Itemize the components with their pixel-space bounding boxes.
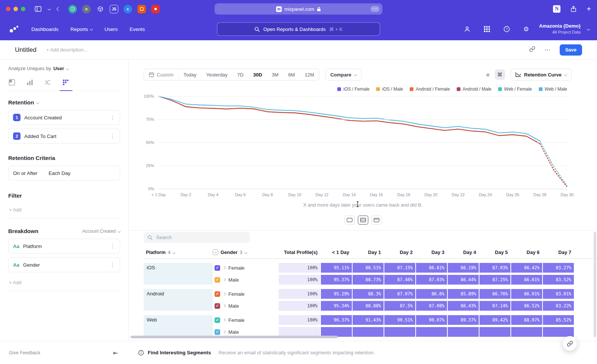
breakdown-label[interactable]: Platform — [23, 244, 110, 249]
add-filter-button[interactable]: + Add — [8, 203, 120, 218]
command-shortcut-icon[interactable]: ⌘ — [495, 69, 505, 80]
nav-item-reports[interactable]: Reports — [71, 26, 93, 32]
zoom-window-icon[interactable] — [21, 7, 25, 11]
n-extension-icon[interactable]: n — [82, 5, 91, 13]
kebab-menu-icon[interactable]: ⋮ — [110, 133, 115, 139]
js-extension-icon[interactable]: JS — [110, 5, 118, 13]
help-icon[interactable]: ? — [503, 26, 510, 32]
date-option-3m[interactable]: 3M — [267, 69, 283, 80]
breakdown-gender[interactable]: Aa Gender ⋮ — [8, 257, 120, 272]
date-option-30d[interactable]: 30D — [248, 69, 267, 80]
global-search[interactable]: Open Reports & Dashboards ⌘ + K — [217, 22, 380, 36]
apps-grid-icon[interactable] — [484, 26, 490, 32]
chevron-right-icon[interactable] — [223, 266, 226, 269]
chevron-right-icon[interactable] — [223, 292, 226, 295]
project-switcher[interactable]: Amazonia {Demo} All Project Data — [539, 23, 581, 35]
chevron-right-icon[interactable] — [223, 278, 226, 281]
clock-extension-icon[interactable] — [68, 5, 77, 13]
mixpanel-logo[interactable] — [10, 25, 19, 33]
date-option-yesterday[interactable]: Yesterday — [201, 69, 232, 80]
legend-item[interactable]: Android / Female — [410, 87, 450, 92]
minimize-window-icon[interactable] — [13, 7, 18, 11]
collapse-sidebar-icon[interactable]: ⇤ — [113, 349, 118, 356]
date-option-today[interactable]: Today — [179, 69, 201, 80]
share-link-fab[interactable] — [562, 336, 577, 351]
date-option-7d[interactable]: 7D — [232, 69, 249, 80]
table-search[interactable] — [144, 232, 250, 243]
tab-retention[interactable] — [62, 79, 69, 86]
chevron-right-icon[interactable] — [223, 304, 226, 307]
nav-item-users[interactable]: Users — [104, 26, 118, 32]
analyze-uniques-row[interactable]: Analyze Uniques by User — [8, 66, 120, 71]
tab-insights[interactable] — [8, 79, 16, 86]
give-feedback-link[interactable]: Give Feedback — [9, 350, 40, 355]
legend-item[interactable]: Web / Male — [539, 87, 567, 92]
table-search-input[interactable] — [156, 234, 241, 241]
chevron-down-icon[interactable] — [48, 8, 50, 10]
gender-checkbox[interactable]: ✓ — [215, 291, 220, 297]
add-description[interactable]: + Add description... — [46, 47, 88, 53]
date-option-12m[interactable]: 12M — [300, 69, 319, 80]
legend-item[interactable]: iOS / Female — [337, 87, 369, 92]
browser-sidebar-toggle-icon[interactable] — [35, 6, 41, 12]
nav-item-dashboards[interactable]: Dashboards — [31, 26, 59, 32]
gender-column-header[interactable]: – Gender 3 — [213, 250, 279, 255]
step-label[interactable]: Added To Cart — [24, 134, 110, 139]
more-options-icon[interactable]: ⋯ — [544, 46, 551, 53]
date-option-custom[interactable]: Custom — [144, 69, 179, 80]
red-extension-icon[interactable] — [151, 5, 160, 13]
tab-funnels[interactable] — [26, 79, 34, 86]
horizontal-scrollbar[interactable] — [131, 336, 338, 338]
copy-link-icon[interactable] — [529, 46, 535, 54]
gender-checkbox[interactable]: ✓ — [215, 265, 220, 271]
step-label[interactable]: Account Created — [24, 115, 110, 120]
breakdown-platform[interactable]: Aa Platform ⋮ — [8, 239, 120, 254]
find-interesting-segments[interactable]: Find Interesting Segments Receive an ema… — [138, 350, 375, 356]
date-option-6m[interactable]: 6M — [283, 69, 300, 80]
profile-icon[interactable] — [464, 26, 471, 32]
retention-section-heading[interactable]: Retention — [8, 99, 120, 106]
breakdown-label[interactable]: Gender — [23, 262, 110, 268]
gender-checkbox[interactable]: ✓ — [215, 303, 220, 309]
save-button[interactable]: Save — [560, 44, 582, 56]
new-tab-icon[interactable]: + — [587, 5, 591, 13]
address-bar[interactable]: m mixpanel.com ⋯ — [215, 3, 382, 15]
nav-item-events[interactable]: Events — [129, 26, 145, 32]
view-table-only-button[interactable] — [371, 216, 382, 225]
annotations-icon[interactable]: # — [486, 72, 489, 78]
vertical-scrollbar[interactable] — [594, 232, 596, 337]
analyze-value[interactable]: User — [53, 66, 64, 71]
legend-item[interactable]: iOS / Male — [376, 87, 403, 92]
chevron-right-icon[interactable] — [223, 330, 226, 333]
back-icon[interactable] — [57, 7, 60, 10]
url-more-button[interactable]: ⋯ — [371, 6, 379, 12]
criteria-interval-select[interactable]: Each Day — [49, 170, 71, 176]
criteria-mode-select[interactable]: On or After — [13, 170, 37, 176]
breakdown-scope-select[interactable]: Account Created — [82, 229, 120, 234]
gender-select-all-checkbox[interactable]: – — [213, 250, 218, 255]
kebab-menu-icon[interactable]: ⋮ — [110, 261, 115, 268]
report-title[interactable]: Untitled — [15, 46, 37, 54]
close-window-icon[interactable] — [6, 7, 10, 11]
settings-gear-icon[interactable]: ⚙ — [523, 25, 529, 33]
chevron-right-icon[interactable] — [223, 318, 226, 321]
tab-flows[interactable] — [44, 79, 51, 86]
package-extension-icon[interactable] — [96, 5, 104, 13]
share-icon[interactable] — [571, 6, 576, 12]
view-chart-only-button[interactable] — [344, 216, 355, 225]
compare-button[interactable]: Compare — [325, 69, 361, 81]
retention-step-2[interactable]: 2 Added To Cart ⋮ — [8, 129, 120, 144]
c-extension-icon[interactable]: c — [124, 5, 132, 13]
gender-checkbox[interactable]: ✓ — [215, 329, 220, 335]
retention-step-1[interactable]: 1 Account Created ⋮ — [8, 110, 120, 125]
notion-icon[interactable]: N — [553, 5, 560, 13]
add-breakdown-button[interactable]: + Add — [8, 276, 120, 291]
legend-item[interactable]: Android / Male — [457, 87, 491, 92]
kebab-menu-icon[interactable]: ⋮ — [110, 243, 115, 250]
view-chart-and-table-button[interactable] — [358, 216, 368, 225]
kebab-menu-icon[interactable]: ⋮ — [110, 114, 115, 121]
gender-checkbox[interactable]: ✓ — [215, 277, 220, 283]
window-controls[interactable] — [6, 7, 25, 11]
orange-extension-icon[interactable] — [137, 5, 146, 13]
chart-type-select[interactable]: Retention Curve — [510, 69, 572, 81]
